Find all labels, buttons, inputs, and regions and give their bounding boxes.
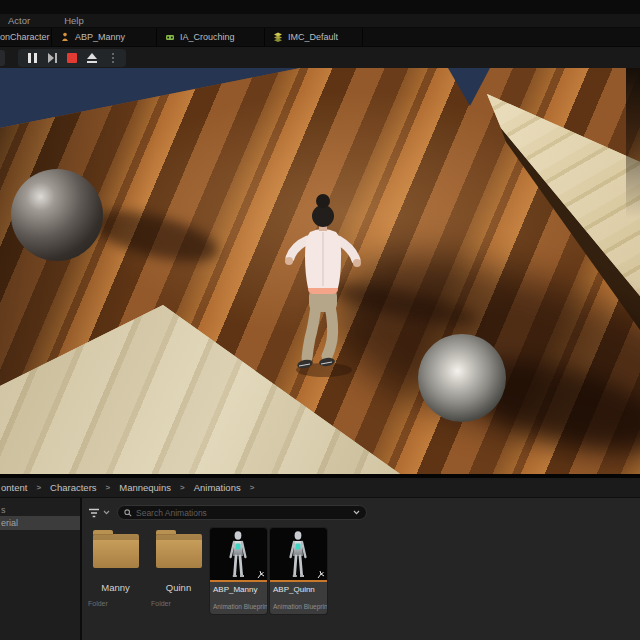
- mannequin-thumbnail: [218, 529, 258, 581]
- window-titlebar: [0, 0, 640, 14]
- asset-type: Animation Blueprint: [213, 603, 267, 610]
- asset-tile-quinn[interactable]: Quinn Folder: [150, 530, 207, 593]
- metal-sphere-left: [11, 169, 103, 261]
- asset-tab-bar: onCharacter ABP_Manny IA_Crouching IMC: [0, 28, 640, 46]
- frame-skip-icon: [48, 53, 54, 63]
- breadcrumb-separator: >: [250, 483, 255, 492]
- tab-label: onCharacter: [0, 32, 50, 42]
- breadcrumb: ontent > Characters > Mannequins > Anima…: [0, 478, 640, 498]
- viewport-right-dark-edge: [626, 68, 640, 218]
- search-options-chevron-icon[interactable]: [353, 510, 360, 515]
- breadcrumb-mannequins[interactable]: Mannequins: [119, 482, 171, 493]
- animation-blueprint-icon: [60, 32, 70, 42]
- search-input[interactable]: Search Animations: [117, 505, 367, 520]
- pause-button[interactable]: [24, 51, 40, 65]
- breadcrumb-characters[interactable]: Characters: [50, 482, 96, 493]
- mannequin-thumbnail: [278, 529, 318, 581]
- toolbar-options-button[interactable]: [104, 51, 120, 65]
- kebab-icon: [112, 53, 114, 63]
- filter-icon[interactable]: [88, 508, 100, 518]
- unreal-editor-window: Actor Help onCharacter ABP_Manny IA_Crou…: [0, 0, 640, 640]
- content-browser: s erial Search Animations: [0, 498, 640, 640]
- folder-icon: [156, 534, 202, 568]
- playback-controls: [18, 49, 126, 67]
- stop-button[interactable]: [64, 51, 80, 65]
- source-row-selected[interactable]: erial: [0, 516, 80, 530]
- stop-icon: [67, 53, 77, 63]
- breadcrumb-content[interactable]: ontent: [1, 482, 27, 493]
- eject-icon: [87, 53, 97, 63]
- viewport-3d[interactable]: [0, 68, 640, 474]
- source-row-label: s: [1, 505, 6, 515]
- pose-watermark-icon: [317, 570, 326, 579]
- frame-skip-bar: [55, 53, 57, 63]
- filter-chevron-icon[interactable]: [103, 510, 110, 515]
- tab-label: IMC_Default: [288, 32, 338, 42]
- asset-tile-abp-manny[interactable]: ABP_Manny Animation Blueprint: [210, 528, 267, 614]
- tab-imc-default[interactable]: IMC_Default: [265, 28, 363, 46]
- asset-thumbnail: [210, 528, 267, 580]
- breadcrumb-separator: >: [180, 483, 185, 492]
- asset-name: ABP_Quinn: [270, 582, 327, 594]
- asset-type: Folder: [88, 600, 108, 607]
- source-row[interactable]: s: [0, 503, 80, 516]
- menu-bar: Actor Help: [0, 14, 640, 28]
- pause-icon: [28, 53, 37, 63]
- eject-button[interactable]: [84, 51, 100, 65]
- tab-abp-manny[interactable]: ABP_Manny: [52, 28, 157, 46]
- breadcrumb-separator: >: [106, 483, 111, 492]
- content-browser-main: Search Animations Manny Folder Quinn Fol…: [84, 498, 640, 640]
- input-action-icon: [165, 32, 175, 42]
- asset-type: Animation Blueprint: [273, 603, 327, 610]
- asset-tile-abp-quinn[interactable]: ABP_Quinn Animation Blueprint: [270, 528, 327, 614]
- input-mapping-context-icon: [273, 32, 283, 42]
- metal-sphere-right: [418, 334, 506, 422]
- asset-type: Folder: [151, 600, 171, 607]
- breadcrumb-separator: >: [36, 483, 41, 492]
- frame-skip-button[interactable]: [44, 51, 60, 65]
- search-icon: [124, 509, 132, 517]
- toolbar-partial-button[interactable]: [0, 50, 5, 66]
- search-placeholder: Search Animations: [136, 508, 349, 518]
- tab-ia-crouching[interactable]: IA_Crouching: [157, 28, 265, 46]
- asset-name: Quinn: [150, 582, 207, 593]
- pose-watermark-icon: [257, 570, 266, 579]
- asset-name: Manny: [87, 582, 144, 593]
- asset-name: ABP_Manny: [210, 582, 267, 594]
- asset-tile-manny[interactable]: Manny Folder: [87, 530, 144, 593]
- menu-help[interactable]: Help: [64, 15, 84, 26]
- tab-oncharacter[interactable]: onCharacter: [0, 28, 52, 46]
- filter-row: Search Animations: [88, 505, 367, 520]
- play-toolbar: [0, 46, 640, 68]
- source-row-label: erial: [1, 518, 18, 528]
- menu-actor[interactable]: Actor: [8, 15, 30, 26]
- player-character: [280, 188, 364, 378]
- tab-label: IA_Crouching: [180, 32, 235, 42]
- asset-thumbnail: [270, 528, 327, 580]
- breadcrumb-animations[interactable]: Animations: [194, 482, 241, 493]
- sources-panel: s erial: [0, 498, 82, 640]
- folder-icon: [93, 534, 139, 568]
- tab-label: ABP_Manny: [75, 32, 125, 42]
